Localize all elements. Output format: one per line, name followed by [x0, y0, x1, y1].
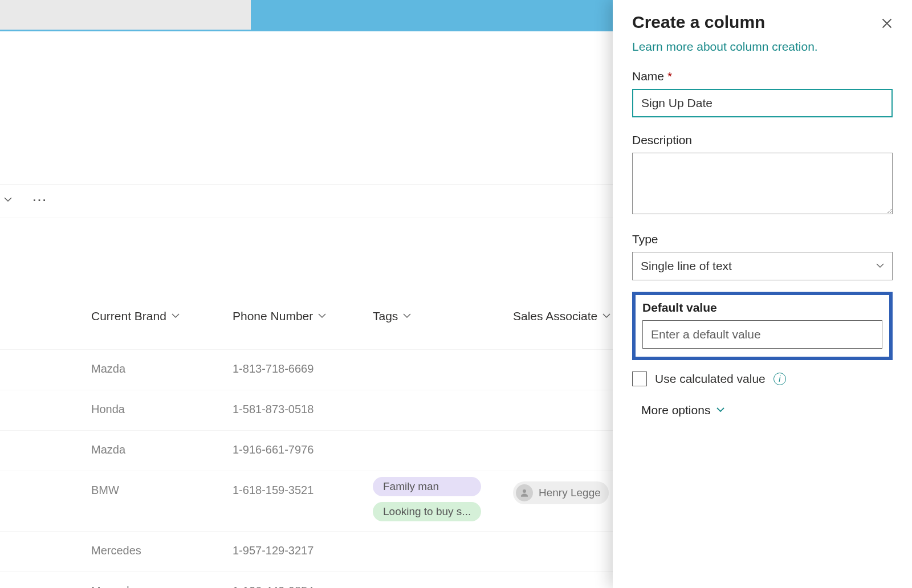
type-select-value: Single line of text: [641, 259, 732, 273]
chevron-down-icon: [602, 309, 611, 323]
description-input[interactable]: [632, 153, 893, 214]
tag-pill[interactable]: Family man: [373, 477, 481, 496]
toolbar-row: ⋯: [0, 184, 613, 218]
person-name: Henry Legge: [539, 487, 601, 499]
cell-phone: 1-126-443-0854: [233, 585, 314, 588]
search-input[interactable]: [0, 0, 251, 30]
main-area: ⋯ Current Brand Phone Number Tags Sales …: [0, 31, 613, 588]
cell-brand: Mazda: [91, 443, 125, 456]
table-row[interactable]: Mazda 1-916-661-7976: [0, 430, 613, 471]
cell-phone: 1-618-159-3521: [233, 484, 314, 497]
column-header-phone[interactable]: Phone Number: [233, 309, 327, 323]
chevron-down-icon: [171, 309, 180, 323]
cell-tags: Family man Looking to buy s...: [373, 477, 481, 521]
table-row[interactable]: Mercedes 1-126-443-0854: [0, 571, 613, 588]
chevron-down-icon: [716, 403, 725, 417]
use-calculated-label: Use calculated value: [655, 372, 766, 386]
panel-title: Create a column: [632, 13, 893, 32]
chevron-down-icon[interactable]: [3, 195, 13, 206]
default-value-label: Default value: [642, 301, 882, 315]
chevron-down-icon: [876, 261, 885, 272]
cell-brand: Mazda: [91, 362, 125, 375]
cell-brand: Mercedes: [91, 585, 141, 588]
more-options-toggle[interactable]: More options: [641, 403, 893, 417]
avatar-icon: [516, 484, 533, 501]
cell-phone: 1-957-129-3217: [233, 544, 314, 557]
cell-phone: 1-581-873-0518: [233, 403, 314, 416]
top-bar: [0, 0, 613, 31]
chevron-down-icon: [317, 309, 327, 323]
table-row[interactable]: Mazda 1-813-718-6669: [0, 349, 613, 390]
cell-sales: Henry Legge: [513, 481, 609, 504]
more-options-label: More options: [641, 403, 710, 417]
tag-pill[interactable]: Looking to buy s...: [373, 502, 481, 521]
description-label: Description: [632, 133, 893, 147]
default-value-highlight: Default value: [632, 292, 893, 360]
column-header-label: Tags: [373, 309, 398, 323]
column-header-brand[interactable]: Current Brand: [91, 309, 180, 323]
person-pill[interactable]: Henry Legge: [513, 481, 609, 504]
cell-brand: BMW: [91, 484, 119, 497]
close-icon: [881, 18, 893, 29]
create-column-panel: Create a column Learn more about column …: [613, 0, 912, 588]
cell-brand: Honda: [91, 403, 125, 416]
type-select[interactable]: Single line of text: [632, 252, 893, 280]
info-icon[interactable]: i: [773, 373, 786, 385]
learn-more-link[interactable]: Learn more about column creation.: [632, 40, 893, 54]
column-header-label: Phone Number: [233, 309, 313, 323]
name-input[interactable]: [632, 89, 893, 117]
table-row[interactable]: Mercedes 1-957-129-3217: [0, 531, 613, 571]
column-header-tags[interactable]: Tags: [373, 309, 412, 323]
table-row[interactable]: BMW 1-618-159-3521 Family man Looking to…: [0, 471, 613, 531]
cell-phone: 1-813-718-6669: [233, 362, 314, 375]
use-calculated-row: Use calculated value i: [632, 371, 893, 386]
cell-brand: Mercedes: [91, 544, 141, 557]
use-calculated-checkbox[interactable]: [632, 371, 647, 386]
cell-phone: 1-916-661-7976: [233, 443, 314, 456]
more-menu-button[interactable]: ⋯: [32, 191, 48, 209]
type-label: Type: [632, 232, 893, 246]
default-value-input[interactable]: [642, 320, 882, 349]
svg-point-0: [523, 489, 526, 493]
table-row[interactable]: Honda 1-581-873-0518: [0, 390, 613, 430]
name-label: Name *: [632, 70, 893, 83]
column-header-label: Current Brand: [91, 309, 166, 323]
close-button[interactable]: [878, 15, 896, 33]
chevron-down-icon: [402, 309, 412, 323]
table-header-row: Current Brand Phone Number Tags Sales As…: [0, 309, 613, 344]
column-header-sales[interactable]: Sales Associate: [513, 309, 611, 323]
column-header-label: Sales Associate: [513, 309, 597, 323]
